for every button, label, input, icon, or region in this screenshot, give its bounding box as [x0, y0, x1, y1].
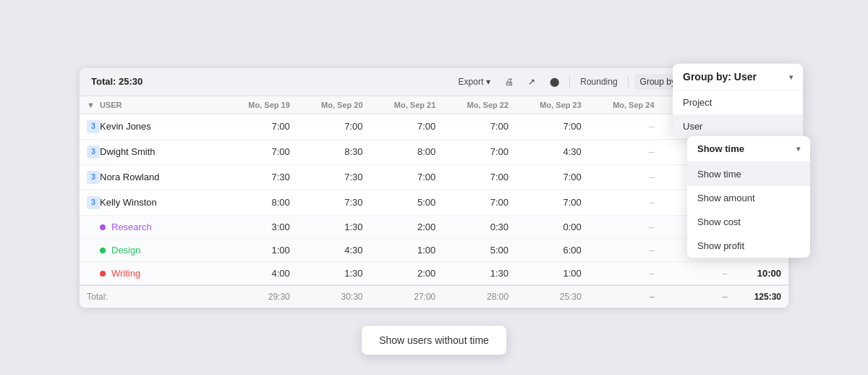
- group-by-dropdown: Group by: User ▾ ProjectUser Show time ▾…: [673, 64, 803, 138]
- project-day-0: 4:00: [224, 261, 297, 285]
- project-day-5: –: [589, 261, 662, 285]
- project-day-0: 3:00: [224, 215, 297, 238]
- footer-sep24: –: [589, 285, 662, 308]
- project-day-1: 1:30: [297, 261, 370, 285]
- user-day-4: 7:00: [516, 114, 589, 139]
- share-button[interactable]: ↗: [524, 74, 540, 90]
- project-dot: [100, 224, 106, 230]
- user-day-1: 7:30: [297, 190, 370, 215]
- footer-sep20: 30:30: [297, 285, 370, 308]
- user-day-4: 7:00: [516, 164, 589, 190]
- user-badge: 3: [87, 146, 100, 159]
- total-label: Total:: [91, 76, 116, 87]
- user-day-0: 7:30: [224, 164, 297, 190]
- show-time-items: Show timeShow amountShow costShow profit: [687, 162, 810, 258]
- user-day-3: 7:00: [443, 190, 516, 215]
- project-day-3: 5:00: [443, 238, 516, 261]
- project-day-3: 1:30: [443, 261, 516, 285]
- footer-row: Total: 29:30 30:30 27:00 28:00 25:30 – –…: [80, 285, 788, 308]
- user-day-5: –: [589, 139, 662, 164]
- col-sep23: Mo, Sep 23: [516, 96, 589, 114]
- user-day-1: 7:30: [297, 164, 370, 190]
- user-row: 3Nora Rowland7:307:307:007:007:00––: [80, 164, 788, 190]
- group-by-option[interactable]: User: [673, 114, 803, 138]
- project-day-2: 2:00: [370, 215, 443, 238]
- footer-label: Total:: [80, 285, 224, 308]
- col-user-chevron: ▼: [87, 101, 95, 109]
- toolbar-total: Total: 25:30: [91, 76, 446, 87]
- user-day-0: 7:00: [224, 114, 297, 139]
- user-name: Kelly Winston: [100, 196, 157, 207]
- footer-total: 125:30: [734, 285, 788, 308]
- user-day-3: 7:00: [443, 114, 516, 139]
- user-name: Dwight Smith: [100, 146, 156, 156]
- user-day-3: 7:00: [443, 139, 516, 164]
- project-day-2: 1:00: [370, 238, 443, 261]
- group-by-dropdown-chevron: ▾: [789, 73, 793, 81]
- print-icon: 🖨: [505, 77, 514, 87]
- rounding-button[interactable]: Rounding: [576, 74, 621, 90]
- tooltip-label: Show users without time: [379, 334, 489, 346]
- user-day-1: 7:00: [297, 114, 370, 139]
- user-day-2: 7:00: [370, 114, 443, 139]
- user-day-2: 7:00: [370, 164, 443, 190]
- show-time-option[interactable]: Show cost: [687, 210, 810, 234]
- show-time-option[interactable]: Show time: [687, 162, 810, 186]
- project-day-1: 4:30: [297, 238, 370, 261]
- export-label: Export: [459, 77, 484, 87]
- show-time-option[interactable]: Show profit: [687, 234, 810, 258]
- project-row: Research3:001:302:000:300:00––7:00: [80, 215, 788, 238]
- project-name: Research: [111, 222, 152, 232]
- group-by-items: ProjectUser: [673, 90, 803, 138]
- project-name: Writing: [111, 268, 140, 279]
- user-day-3: 7:00: [443, 164, 516, 190]
- export-chevron-icon: ▾: [486, 77, 490, 87]
- project-day-5: –: [589, 215, 662, 238]
- rounding-label: Rounding: [580, 77, 617, 87]
- user-day-2: 8:00: [370, 139, 443, 164]
- project-day-4: 1:00: [516, 261, 589, 285]
- footer-sep23: 25:30: [516, 285, 589, 308]
- project-dot: [100, 271, 106, 277]
- group-by-option[interactable]: Project: [673, 90, 803, 114]
- user-cell: 3Kevin Jones: [80, 114, 224, 139]
- col-sep22: Mo, Sep 22: [443, 96, 516, 114]
- project-cell: Design: [80, 238, 224, 261]
- user-day-0: 7:00: [224, 139, 297, 164]
- total-value: 25:30: [119, 76, 142, 87]
- user-day-5: –: [589, 190, 662, 215]
- footer-sep22: 28:00: [443, 285, 516, 308]
- user-row: 3Dwight Smith7:008:308:007:004:30––: [80, 139, 788, 164]
- user-day-1: 8:30: [297, 139, 370, 164]
- user-badge: 3: [87, 171, 100, 184]
- project-day-3: 0:30: [443, 215, 516, 238]
- project-day-4: 6:00: [516, 238, 589, 261]
- tooltip-show-users[interactable]: Show users without time: [362, 326, 506, 355]
- user-day-4: 7:00: [516, 190, 589, 215]
- share-icon: ↗: [528, 77, 535, 87]
- col-sep19: Mo, Sep 19: [224, 96, 297, 114]
- group-by-dropdown-header: Group by: User ▾: [673, 64, 803, 90]
- user-cell: 3Kelly Winston: [80, 190, 224, 215]
- project-day-6: –: [662, 261, 735, 285]
- group-by-dropdown-title: Group by: User: [683, 71, 757, 83]
- project-day-2: 2:00: [370, 261, 443, 285]
- export-button[interactable]: Export ▾: [454, 74, 495, 90]
- project-total: 10:00: [734, 261, 788, 285]
- show-time-dropdown: Show time ▾ Show timeShow amountShow cos…: [687, 136, 810, 258]
- circle-button[interactable]: ⬤: [545, 74, 563, 90]
- show-time-dropdown-chevron: ▾: [796, 145, 800, 153]
- print-button[interactable]: 🖨: [501, 74, 518, 90]
- project-row: Design1:004:301:005:006:00––17:30: [80, 238, 788, 261]
- col-sep21: Mo, Sep 21: [370, 96, 443, 114]
- footer-sep21: 27:00: [370, 285, 443, 308]
- col-user: ▼ USER: [80, 96, 224, 114]
- user-day-2: 5:00: [370, 190, 443, 215]
- show-time-option[interactable]: Show amount: [687, 186, 810, 210]
- footer-sep19: 29:30: [224, 285, 297, 308]
- user-day-4: 4:30: [516, 139, 589, 164]
- show-time-dropdown-title: Show time: [697, 143, 744, 154]
- project-name: Design: [111, 245, 140, 256]
- project-day-0: 1:00: [224, 238, 297, 261]
- project-day-4: 0:00: [516, 215, 589, 238]
